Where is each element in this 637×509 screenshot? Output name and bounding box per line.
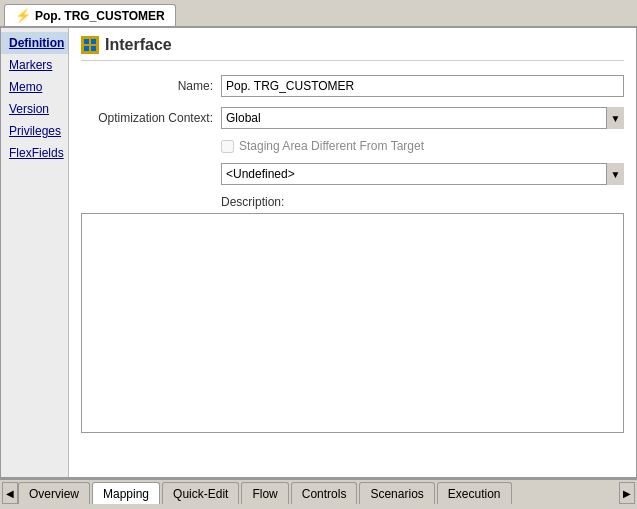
optimization-label: Optimization Context: [81, 111, 221, 125]
section-title: Interface [105, 36, 172, 54]
scroll-left-btn[interactable]: ◀ [2, 482, 18, 504]
optimization-select[interactable]: Global [221, 107, 624, 129]
staging-checkbox[interactable] [221, 140, 234, 153]
bottom-tab-bar: ◀ Overview Mapping Quick-Edit Flow Contr… [0, 478, 637, 506]
optimization-row: Optimization Context: Global ▼ [81, 107, 624, 129]
tab-controls[interactable]: Controls [291, 482, 358, 504]
name-label: Name: [81, 79, 221, 93]
sidebar-item-version[interactable]: Version [1, 98, 68, 120]
svg-rect-1 [91, 39, 96, 44]
bottom-right-controls: ▶ [619, 482, 635, 504]
undefined-select[interactable]: <Undefined> [221, 163, 624, 185]
tab-icon: ⚡ [15, 8, 31, 23]
undefined-select-wrapper: <Undefined> ▼ [221, 163, 624, 185]
svg-rect-2 [84, 46, 89, 51]
description-label: Description: [81, 195, 624, 209]
tab-flow[interactable]: Flow [241, 482, 288, 504]
content-area: Interface Name: Optimization Context: Gl… [69, 28, 636, 477]
sidebar-item-markers[interactable]: Markers [1, 54, 68, 76]
tab-quick-edit[interactable]: Quick-Edit [162, 482, 239, 504]
svg-rect-3 [91, 46, 96, 51]
staging-row: Staging Area Different From Target [81, 139, 624, 153]
staging-label: Staging Area Different From Target [239, 139, 424, 153]
header-icon [81, 36, 99, 54]
tab-scenarios[interactable]: Scenarios [359, 482, 434, 504]
tab-mapping[interactable]: Mapping [92, 482, 160, 504]
top-tab-pop-trg-customer[interactable]: ⚡ Pop. TRG_CUSTOMER [4, 4, 176, 26]
name-input[interactable] [221, 75, 624, 97]
sidebar-item-memo[interactable]: Memo [1, 76, 68, 98]
scroll-right-btn[interactable]: ▶ [619, 482, 635, 504]
tab-overview[interactable]: Overview [18, 482, 90, 504]
tab-execution[interactable]: Execution [437, 482, 512, 504]
sidebar-item-definition[interactable]: Definition [1, 32, 68, 54]
undefined-row: <Undefined> ▼ [81, 163, 624, 185]
name-row: Name: [81, 75, 624, 97]
description-textarea[interactable] [81, 213, 624, 433]
sidebar: Definition Markers Memo Version Privileg… [1, 28, 69, 477]
svg-rect-0 [84, 39, 89, 44]
sidebar-item-flexfields[interactable]: FlexFields [1, 142, 68, 164]
section-header: Interface [81, 36, 624, 61]
sidebar-item-privileges[interactable]: Privileges [1, 120, 68, 142]
optimization-select-wrapper: Global ▼ [221, 107, 624, 129]
top-tab-label: Pop. TRG_CUSTOMER [35, 9, 165, 23]
